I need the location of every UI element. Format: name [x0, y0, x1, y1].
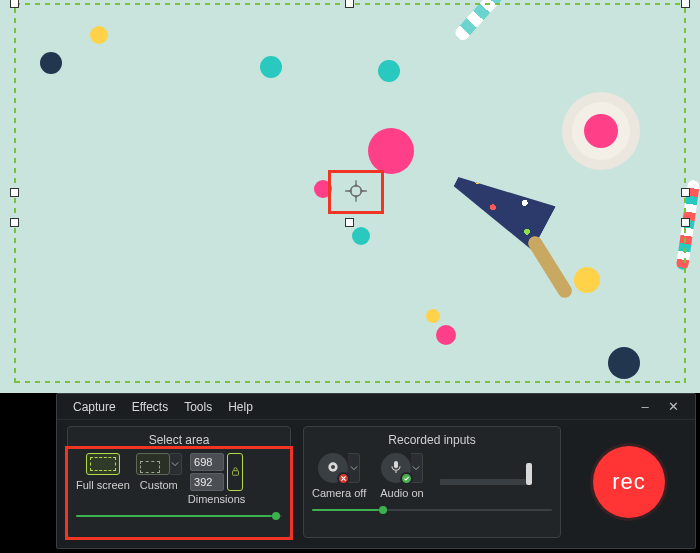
decoration — [453, 0, 537, 43]
move-crosshair[interactable] — [328, 170, 384, 214]
custom-area-icon — [136, 453, 170, 475]
menu-help[interactable]: Help — [220, 400, 261, 414]
decoration — [260, 56, 282, 78]
chevron-down-icon — [171, 458, 179, 470]
menu-capture[interactable]: Capture — [65, 400, 124, 414]
select-area-slider[interactable] — [76, 515, 282, 517]
lock-aspect-button[interactable] — [227, 453, 243, 491]
chevron-down-icon — [412, 462, 420, 474]
group-title-select-area: Select area — [76, 433, 282, 447]
selection-handle-bottom-left[interactable] — [10, 218, 19, 227]
decoration — [608, 347, 640, 379]
decoration — [352, 227, 370, 245]
selection-handle-mid-right[interactable] — [681, 188, 690, 197]
minimize-icon: – — [641, 399, 648, 414]
recorded-inputs-slider[interactable] — [312, 509, 552, 511]
record-button[interactable]: rec — [593, 446, 665, 518]
decoration — [378, 60, 400, 82]
decoration — [90, 26, 108, 44]
chevron-down-icon — [350, 462, 358, 474]
svg-point-0 — [351, 185, 362, 196]
selection-handle-top-right[interactable] — [681, 0, 690, 8]
decoration — [562, 92, 640, 170]
audio-level-slider[interactable] — [440, 453, 532, 485]
svg-rect-4 — [394, 461, 398, 468]
status-off-icon — [337, 472, 350, 485]
height-input[interactable] — [190, 473, 224, 491]
audio-toggle[interactable] — [381, 453, 411, 483]
decoration — [526, 234, 575, 301]
decoration — [574, 267, 600, 293]
crosshair-icon — [343, 178, 369, 207]
custom-label: Custom — [140, 479, 178, 491]
fullscreen-label: Full screen — [76, 479, 130, 491]
lock-icon — [231, 466, 240, 479]
audio-label: Audio on — [380, 487, 423, 499]
group-title-recorded-inputs: Recorded inputs — [312, 433, 552, 447]
dimensions-label: Dimensions — [188, 493, 245, 505]
fullscreen-button[interactable]: Full screen — [76, 453, 130, 491]
selection-handle-bottom-center[interactable] — [345, 218, 354, 227]
group-select-area: Select area Full screen Cu — [67, 426, 291, 538]
custom-area-dropdown[interactable] — [170, 453, 182, 475]
capture-area-preview — [0, 0, 700, 393]
decoration — [426, 309, 440, 323]
fullscreen-icon — [86, 453, 120, 475]
selection-handle-top-left[interactable] — [10, 0, 19, 8]
menu-effects[interactable]: Effects — [124, 400, 176, 414]
selection-handle-top-center[interactable] — [345, 0, 354, 8]
svg-point-3 — [331, 465, 335, 469]
svg-rect-1 — [232, 470, 238, 475]
decoration — [368, 128, 414, 174]
decoration — [40, 52, 62, 74]
width-input[interactable] — [190, 453, 224, 471]
custom-area-button[interactable]: Custom — [136, 453, 182, 491]
close-button[interactable]: ✕ — [659, 399, 687, 414]
recorder-panel: Capture Effects Tools Help – ✕ Select ar… — [56, 393, 696, 549]
camera-toggle[interactable] — [318, 453, 348, 483]
menubar: Capture Effects Tools Help – ✕ — [57, 394, 695, 420]
audio-level-thumb[interactable] — [526, 463, 532, 485]
selection-handle-bottom-right[interactable] — [681, 218, 690, 227]
menu-tools[interactable]: Tools — [176, 400, 220, 414]
group-recorded-inputs: Recorded inputs — [303, 426, 561, 538]
decoration — [436, 325, 456, 345]
record-label: rec — [612, 469, 646, 495]
camera-label: Camera off — [312, 487, 366, 499]
close-icon: ✕ — [668, 399, 679, 414]
minimize-button[interactable]: – — [631, 399, 659, 414]
selection-handle-mid-left[interactable] — [10, 188, 19, 197]
status-on-icon — [400, 472, 413, 485]
